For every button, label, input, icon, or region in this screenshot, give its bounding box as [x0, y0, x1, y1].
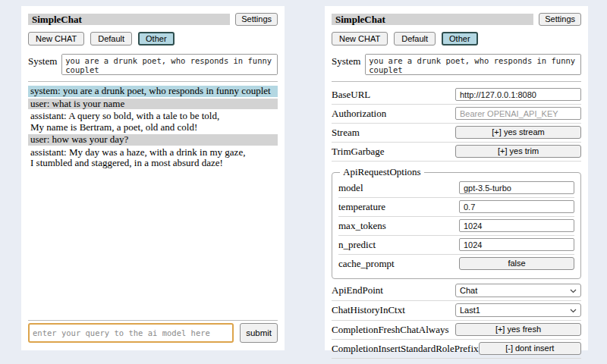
- setting-row-role-prefix: CompletionInsertStandardRolePrefix [-] d…: [332, 340, 581, 359]
- divider: [332, 81, 581, 82]
- stream-toggle-button[interactable]: [+] yes stream: [455, 126, 581, 139]
- query-row: submit: [28, 323, 278, 343]
- setting-row-completion-fresh: CompletionFreshChatAlways [+] yes fresh: [332, 321, 581, 340]
- setting-row-trimgarbage: TrimGarbage [+] yes trim: [332, 143, 581, 162]
- setting-row-temperature: temperature: [338, 198, 574, 217]
- setting-row-api-endpoint: ApiEndPoint Chat: [332, 281, 581, 301]
- setting-row-baseurl: BaseURL: [332, 86, 581, 105]
- api-endpoint-select[interactable]: Chat: [455, 284, 581, 297]
- n-predict-input[interactable]: [459, 238, 574, 251]
- chat-history-label: ChatHistoryInCtxt: [332, 304, 405, 316]
- settings-button[interactable]: Settings: [539, 13, 581, 26]
- max-tokens-label: max_tokens: [338, 220, 386, 232]
- chat-message-assistant: assistant: A query so bold, with a tale …: [28, 111, 278, 133]
- authorization-label: Authorization: [332, 108, 386, 120]
- setting-row-n-predict: n_predict: [338, 236, 574, 255]
- chat-message-list: system: you are a drunk poet, who respon…: [28, 86, 278, 171]
- api-request-options-legend: ApiRequestOptions: [340, 166, 424, 178]
- new-chat-button[interactable]: New CHAT: [28, 32, 84, 46]
- trimgarbage-label: TrimGarbage: [332, 146, 385, 158]
- chat-message-assistant: assistant: My day was a haze, with a dri…: [28, 147, 278, 169]
- role-prefix-label: CompletionInsertStandardRolePrefix: [332, 343, 479, 355]
- system-prompt-input[interactable]: you are a drunk poet, who responds in fu…: [365, 54, 581, 75]
- app-title: SimpleChat: [332, 14, 533, 25]
- settings-list: BaseURL Authorization Stream [+] yes str…: [332, 86, 581, 359]
- system-prompt-label: System: [332, 54, 360, 67]
- submit-button[interactable]: submit: [240, 323, 278, 343]
- max-tokens-input[interactable]: [459, 219, 574, 232]
- system-prompt-row: System you are a drunk poet, who respond…: [28, 54, 278, 75]
- new-chat-button[interactable]: New CHAT: [332, 32, 388, 46]
- cache-prompt-toggle-button[interactable]: false: [459, 257, 574, 270]
- system-prompt-input[interactable]: you are a drunk poet, who responds in fu…: [61, 54, 278, 75]
- model-input[interactable]: [459, 181, 574, 194]
- temperature-label: temperature: [338, 201, 385, 213]
- baseurl-label: BaseURL: [332, 89, 370, 101]
- completion-fresh-label: CompletionFreshChatAlways: [332, 324, 449, 336]
- app-title: SimpleChat: [28, 14, 230, 25]
- api-request-options-fieldset: ApiRequestOptions model temperature max_…: [332, 166, 581, 279]
- chat-message-system: system: you are a drunk poet, who respon…: [28, 86, 278, 97]
- divider: [28, 81, 278, 82]
- chevron-down-icon: [570, 286, 577, 295]
- session-toolbar: New CHAT Default Other: [28, 32, 278, 46]
- api-endpoint-label: ApiEndPoint: [332, 284, 383, 297]
- chat-message-user: user: what is your name: [28, 99, 278, 110]
- session-tab-default[interactable]: Default: [394, 32, 436, 46]
- baseurl-input[interactable]: [455, 88, 581, 101]
- authorization-input[interactable]: [455, 107, 581, 120]
- settings-panel: SimpleChat Settings New CHAT Default Oth…: [325, 6, 588, 350]
- empty-space: [28, 171, 278, 315]
- query-input[interactable]: [28, 323, 234, 343]
- header: SimpleChat Settings: [332, 13, 581, 26]
- chat-panel: SimpleChat Settings New CHAT Default Oth…: [21, 6, 285, 350]
- stream-label: Stream: [332, 127, 360, 139]
- divider: [28, 320, 278, 321]
- setting-row-stream: Stream [+] yes stream: [332, 124, 581, 143]
- temperature-input[interactable]: [459, 200, 574, 213]
- cache-prompt-label: cache_prompt: [338, 258, 395, 270]
- setting-row-max-tokens: max_tokens: [338, 217, 574, 236]
- trim-garbage-toggle-button[interactable]: [+] yes trim: [455, 145, 581, 158]
- n-predict-label: n_predict: [338, 239, 376, 251]
- system-prompt-row: System you are a drunk poet, who respond…: [332, 54, 581, 75]
- completion-fresh-toggle-button[interactable]: [+] yes fresh: [455, 323, 581, 336]
- chat-history-select[interactable]: Last1: [455, 303, 581, 317]
- system-prompt-label: System: [28, 54, 57, 67]
- chat-message-user: user: how was your day?: [28, 134, 278, 146]
- chevron-down-icon: [570, 306, 577, 315]
- setting-row-authorization: Authorization: [332, 105, 581, 124]
- setting-row-chat-history: ChatHistoryInCtxt Last1: [332, 301, 581, 321]
- session-tab-other[interactable]: Other: [138, 32, 175, 46]
- settings-button[interactable]: Settings: [235, 13, 278, 26]
- setting-row-model: model: [338, 179, 574, 198]
- setting-row-cache-prompt: cache_prompt false: [338, 255, 574, 275]
- session-tab-other[interactable]: Other: [442, 32, 478, 46]
- header: SimpleChat Settings: [28, 13, 278, 26]
- role-prefix-toggle-button[interactable]: [-] dont insert: [479, 342, 581, 355]
- model-label: model: [338, 182, 363, 194]
- session-toolbar: New CHAT Default Other: [332, 32, 581, 46]
- session-tab-default[interactable]: Default: [90, 32, 132, 46]
